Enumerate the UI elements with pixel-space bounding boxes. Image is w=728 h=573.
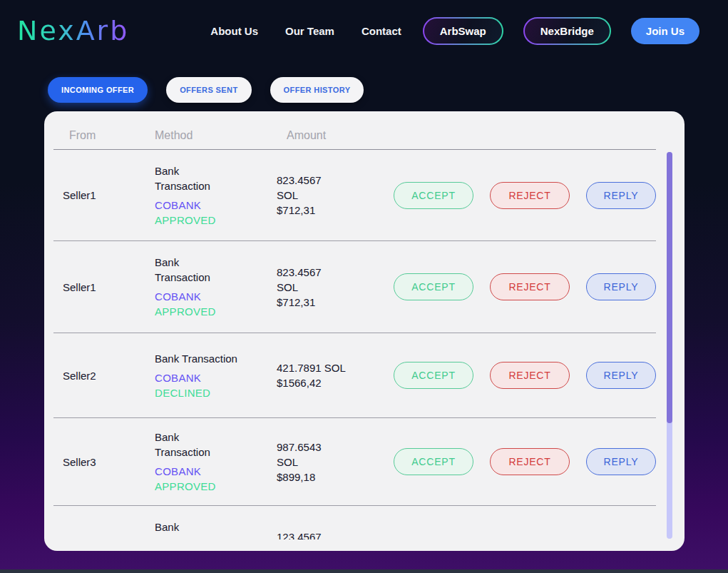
accept-button[interactable]: ACCEPT <box>394 273 473 300</box>
seller-name: Seller2 <box>53 370 155 382</box>
seller-name: Seller1 <box>53 189 155 201</box>
nav-link-about-us[interactable]: About Us <box>210 25 258 37</box>
reply-button[interactable]: REPLY <box>586 448 656 475</box>
join-us-button[interactable]: Join Us <box>631 18 699 44</box>
nav-link-our-team[interactable]: Our Team <box>285 25 334 37</box>
table-row: Seller2 Bank Transaction COBANK DECLINED… <box>53 333 656 418</box>
method-cell: Bank Transaction COBANK APPROVED <box>155 163 277 228</box>
reply-button[interactable]: REPLY <box>586 362 656 389</box>
brand-logo[interactable]: NexArb <box>17 15 129 46</box>
method-line <box>155 534 277 539</box>
column-header-method: Method <box>155 129 277 142</box>
method-cell: Bank Transaction COBANK APPROVED <box>155 255 277 319</box>
table-row: Bank 123.4567 <box>53 506 656 539</box>
arbswap-button[interactable]: ArbSwap <box>423 17 503 45</box>
amount-sol: SOL <box>277 280 394 295</box>
table-row: Seller3 Bank Transaction COBANK APPROVED… <box>53 418 656 506</box>
method-cell: Bank <box>155 519 277 539</box>
status-badge: DECLINED <box>155 385 277 400</box>
amount-usd: $1566,42 <box>277 375 394 390</box>
amount-cell: 987.6543 SOL $899,18 <box>277 440 394 485</box>
table-row: Seller1 Bank Transaction COBANK APPROVED… <box>53 241 656 333</box>
tab-incoming-offer[interactable]: INCOMING OFFER <box>48 77 148 103</box>
nav-links: About Us Our Team Contact <box>210 25 401 37</box>
status-badge: APPROVED <box>155 479 277 494</box>
amount-sol: 823.4567 <box>277 265 394 280</box>
incoming-offers-card: From Method Amount Seller1 Bank Transact… <box>44 111 685 551</box>
bank-name: COBANK <box>155 198 277 213</box>
method-line: Transaction <box>155 445 277 460</box>
bank-name: COBANK <box>155 370 277 385</box>
status-badge: APPROVED <box>155 213 277 228</box>
method-cell: Bank Transaction COBANK DECLINED <box>155 351 277 400</box>
nexbridge-button[interactable]: NexBridge <box>523 17 611 45</box>
column-header-amount: Amount <box>277 129 394 142</box>
reject-button[interactable]: REJECT <box>490 448 570 475</box>
amount-sol: 987.6543 <box>277 440 394 455</box>
amount-cell: 823.4567 SOL $712,31 <box>277 265 394 310</box>
amount-sol: SOL <box>277 455 394 470</box>
amount-sol: 421.7891 SOL <box>277 360 394 375</box>
scrollbar-track[interactable] <box>667 152 672 539</box>
amount-sol: 123.4567 <box>277 529 394 540</box>
reply-button[interactable]: REPLY <box>586 182 656 209</box>
seller-name: Seller3 <box>53 456 155 468</box>
method-line: Transaction <box>155 178 277 193</box>
tab-offer-history[interactable]: OFFER HISTORY <box>270 77 364 103</box>
method-line: Bank <box>155 430 277 445</box>
reject-button[interactable]: REJECT <box>490 182 570 209</box>
scrollbar-thumb[interactable] <box>667 152 672 423</box>
amount-sol: SOL <box>277 188 394 203</box>
bank-name: COBANK <box>155 289 277 304</box>
accept-button[interactable]: ACCEPT <box>394 362 473 389</box>
amount-cell: 823.4567 SOL $712,31 <box>277 173 394 218</box>
column-header-from: From <box>53 129 155 142</box>
nav-link-contact[interactable]: Contact <box>362 25 401 37</box>
accept-button[interactable]: ACCEPT <box>394 448 473 475</box>
table-header-row: From Method Amount <box>53 111 656 150</box>
amount-cell: 123.4567 <box>277 529 394 540</box>
method-cell: Bank Transaction COBANK APPROVED <box>155 430 277 494</box>
row-actions: ACCEPT REJECT REPLY <box>394 448 656 475</box>
top-navigation: NexArb About Us Our Team Contact ArbSwap… <box>0 0 728 61</box>
seller-name: Seller1 <box>53 281 155 293</box>
row-actions: ACCEPT REJECT REPLY <box>394 362 656 389</box>
reply-button[interactable]: REPLY <box>586 273 656 300</box>
amount-usd: $899,18 <box>277 470 394 485</box>
status-badge: APPROVED <box>155 304 277 319</box>
accept-button[interactable]: ACCEPT <box>394 182 473 209</box>
table-row: Seller1 Bank Transaction COBANK APPROVED… <box>53 150 656 241</box>
bottom-edge-strip <box>0 569 728 573</box>
offer-tabs: INCOMING OFFER OFFERS SENT OFFER HISTORY <box>48 77 728 103</box>
method-line: Bank Transaction <box>155 351 277 366</box>
reject-button[interactable]: REJECT <box>490 362 570 389</box>
offers-table: From Method Amount Seller1 Bank Transact… <box>44 111 685 539</box>
row-actions: ACCEPT REJECT REPLY <box>394 273 656 300</box>
amount-sol: 823.4567 <box>277 173 394 188</box>
amount-cell: 421.7891 SOL $1566,42 <box>277 360 394 390</box>
tab-offers-sent[interactable]: OFFERS SENT <box>166 77 251 103</box>
amount-usd: $712,31 <box>277 203 394 218</box>
row-actions: ACCEPT REJECT REPLY <box>394 182 656 209</box>
method-line: Bank <box>155 163 277 178</box>
method-line: Bank <box>155 519 277 534</box>
method-line: Transaction <box>155 270 277 285</box>
method-line: Bank <box>155 255 277 270</box>
reject-button[interactable]: REJECT <box>490 273 570 300</box>
amount-usd: $712,31 <box>277 295 394 310</box>
bank-name: COBANK <box>155 464 277 479</box>
